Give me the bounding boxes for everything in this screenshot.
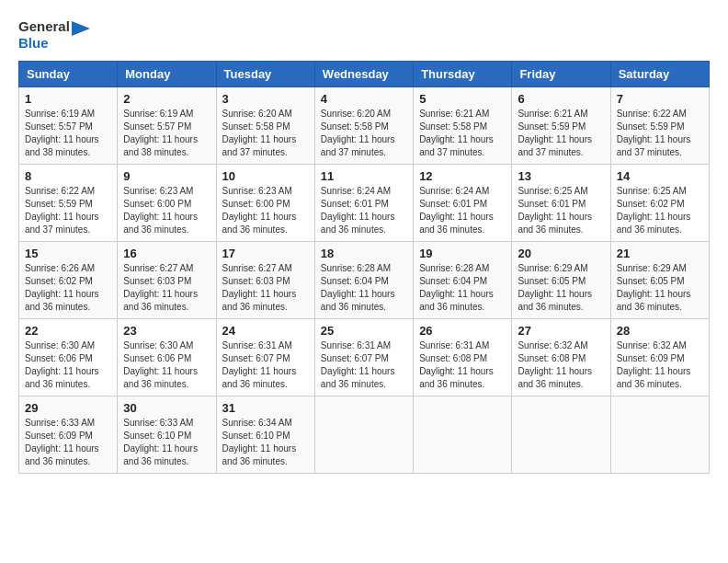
day-detail: Sunrise: 6:20 AMSunset: 5:58 PMDaylight:… [222, 108, 309, 159]
calendar-cell: 9 Sunrise: 6:23 AMSunset: 6:00 PMDayligh… [118, 165, 216, 242]
day-number: 13 [518, 169, 604, 183]
calendar-table: SundayMondayTuesdayWednesdayThursdayFrid… [18, 61, 710, 474]
day-number: 22 [25, 324, 111, 338]
calendar-cell: 25 Sunrise: 6:31 AMSunset: 6:07 PMDaylig… [314, 319, 413, 396]
day-number: 31 [222, 401, 309, 415]
calendar-cell: 24 Sunrise: 6:31 AMSunset: 6:07 PMDaylig… [216, 319, 314, 396]
day-number: 6 [518, 92, 604, 106]
day-number: 3 [222, 92, 309, 106]
day-detail: Sunrise: 6:27 AMSunset: 6:03 PMDaylight:… [222, 262, 309, 314]
day-detail: Sunrise: 6:20 AMSunset: 5:58 PMDaylight:… [321, 108, 407, 159]
calendar-cell: 6 Sunrise: 6:21 AMSunset: 5:59 PMDayligh… [512, 87, 610, 165]
day-number: 16 [123, 247, 210, 260]
page-header: GeneralBlue [18, 18, 710, 52]
day-number: 27 [518, 324, 604, 338]
calendar-cell: 26 Sunrise: 6:31 AMSunset: 6:08 PMDaylig… [414, 319, 512, 396]
calendar-cell: 27 Sunrise: 6:32 AMSunset: 6:08 PMDaylig… [512, 319, 610, 396]
day-detail: Sunrise: 6:23 AMSunset: 6:00 PMDaylight:… [222, 185, 309, 236]
day-detail: Sunrise: 6:29 AMSunset: 6:05 PMDaylight:… [518, 262, 604, 314]
svg-marker-0 [72, 21, 90, 36]
day-detail: Sunrise: 6:24 AMSunset: 6:01 PMDaylight:… [419, 185, 506, 236]
calendar-week-4: 22 Sunrise: 6:30 AMSunset: 6:06 PMDaylig… [19, 319, 710, 396]
calendar-cell: 31 Sunrise: 6:34 AMSunset: 6:10 PMDaylig… [216, 396, 314, 474]
calendar-cell: 12 Sunrise: 6:24 AMSunset: 6:01 PMDaylig… [414, 165, 512, 242]
day-number: 7 [617, 92, 703, 106]
day-detail: Sunrise: 6:29 AMSunset: 6:05 PMDaylight:… [617, 262, 703, 314]
day-number: 14 [617, 169, 703, 183]
day-number: 26 [419, 324, 506, 338]
calendar-cell: 28 Sunrise: 6:32 AMSunset: 6:09 PMDaylig… [610, 319, 709, 396]
header-day-monday: Monday [118, 62, 216, 87]
calendar-cell: 18 Sunrise: 6:28 AMSunset: 6:04 PMDaylig… [314, 242, 413, 319]
day-number: 19 [419, 247, 506, 260]
calendar-header-row: SundayMondayTuesdayWednesdayThursdayFrid… [19, 62, 710, 87]
calendar-week-5: 29 Sunrise: 6:33 AMSunset: 6:09 PMDaylig… [19, 396, 710, 474]
calendar-cell: 14 Sunrise: 6:25 AMSunset: 6:02 PMDaylig… [610, 165, 709, 242]
calendar-week-2: 8 Sunrise: 6:22 AMSunset: 5:59 PMDayligh… [19, 165, 710, 242]
day-detail: Sunrise: 6:34 AMSunset: 6:10 PMDaylight:… [222, 417, 309, 468]
day-detail: Sunrise: 6:22 AMSunset: 5:59 PMDaylight:… [25, 185, 111, 236]
header-day-friday: Friday [512, 62, 610, 87]
day-detail: Sunrise: 6:26 AMSunset: 6:02 PMDaylight:… [25, 262, 111, 314]
calendar-cell: 17 Sunrise: 6:27 AMSunset: 6:03 PMDaylig… [216, 242, 314, 319]
day-number: 1 [25, 92, 111, 106]
calendar-week-3: 15 Sunrise: 6:26 AMSunset: 6:02 PMDaylig… [19, 242, 710, 319]
calendar-cell: 20 Sunrise: 6:29 AMSunset: 6:05 PMDaylig… [512, 242, 610, 319]
logo-flag-icon [72, 21, 90, 49]
day-number: 5 [419, 92, 506, 106]
day-detail: Sunrise: 6:24 AMSunset: 6:01 PMDaylight:… [321, 185, 407, 236]
calendar-cell: 2 Sunrise: 6:19 AMSunset: 5:57 PMDayligh… [118, 87, 216, 165]
calendar-cell [414, 396, 512, 474]
day-number: 10 [222, 169, 309, 183]
calendar-cell: 30 Sunrise: 6:33 AMSunset: 6:10 PMDaylig… [118, 396, 216, 474]
logo-text: GeneralBlue [18, 18, 70, 52]
day-number: 29 [25, 401, 111, 415]
header-day-thursday: Thursday [414, 62, 512, 87]
day-number: 4 [321, 92, 407, 106]
day-detail: Sunrise: 6:31 AMSunset: 6:07 PMDaylight:… [321, 339, 407, 391]
day-detail: Sunrise: 6:32 AMSunset: 6:08 PMDaylight:… [518, 339, 604, 391]
day-number: 15 [25, 247, 111, 260]
calendar-week-1: 1 Sunrise: 6:19 AMSunset: 5:57 PMDayligh… [19, 87, 710, 165]
header-day-wednesday: Wednesday [314, 62, 413, 87]
day-number: 8 [25, 169, 111, 183]
day-detail: Sunrise: 6:28 AMSunset: 6:04 PMDaylight:… [321, 262, 407, 314]
day-detail: Sunrise: 6:25 AMSunset: 6:01 PMDaylight:… [518, 185, 604, 236]
logo: GeneralBlue [18, 18, 90, 52]
day-number: 23 [123, 324, 210, 338]
header-day-sunday: Sunday [19, 62, 118, 87]
calendar-cell: 5 Sunrise: 6:21 AMSunset: 5:58 PMDayligh… [414, 87, 512, 165]
day-detail: Sunrise: 6:32 AMSunset: 6:09 PMDaylight:… [617, 339, 703, 391]
header-day-saturday: Saturday [610, 62, 709, 87]
day-number: 28 [617, 324, 703, 338]
day-detail: Sunrise: 6:21 AMSunset: 5:59 PMDaylight:… [518, 108, 604, 159]
day-detail: Sunrise: 6:30 AMSunset: 6:06 PMDaylight:… [25, 339, 111, 391]
day-detail: Sunrise: 6:33 AMSunset: 6:09 PMDaylight:… [25, 417, 111, 468]
calendar-cell: 8 Sunrise: 6:22 AMSunset: 5:59 PMDayligh… [19, 165, 118, 242]
calendar-cell: 16 Sunrise: 6:27 AMSunset: 6:03 PMDaylig… [118, 242, 216, 319]
day-number: 11 [321, 169, 407, 183]
day-number: 12 [419, 169, 506, 183]
calendar-cell: 15 Sunrise: 6:26 AMSunset: 6:02 PMDaylig… [19, 242, 118, 319]
day-detail: Sunrise: 6:25 AMSunset: 6:02 PMDaylight:… [617, 185, 703, 236]
calendar-cell: 10 Sunrise: 6:23 AMSunset: 6:00 PMDaylig… [216, 165, 314, 242]
day-detail: Sunrise: 6:28 AMSunset: 6:04 PMDaylight:… [419, 262, 506, 314]
calendar-cell: 29 Sunrise: 6:33 AMSunset: 6:09 PMDaylig… [19, 396, 118, 474]
day-number: 20 [518, 247, 604, 260]
calendar-cell [610, 396, 709, 474]
calendar-cell: 19 Sunrise: 6:28 AMSunset: 6:04 PMDaylig… [414, 242, 512, 319]
day-number: 18 [321, 247, 407, 260]
calendar-cell: 23 Sunrise: 6:30 AMSunset: 6:06 PMDaylig… [118, 319, 216, 396]
day-number: 25 [321, 324, 407, 338]
day-detail: Sunrise: 6:22 AMSunset: 5:59 PMDaylight:… [617, 108, 703, 159]
day-detail: Sunrise: 6:33 AMSunset: 6:10 PMDaylight:… [123, 417, 210, 468]
day-number: 24 [222, 324, 309, 338]
day-number: 2 [123, 92, 210, 106]
day-detail: Sunrise: 6:31 AMSunset: 6:08 PMDaylight:… [419, 339, 506, 391]
calendar-cell: 1 Sunrise: 6:19 AMSunset: 5:57 PMDayligh… [19, 87, 118, 165]
day-detail: Sunrise: 6:31 AMSunset: 6:07 PMDaylight:… [222, 339, 309, 391]
day-detail: Sunrise: 6:19 AMSunset: 5:57 PMDaylight:… [25, 108, 111, 159]
calendar-cell: 3 Sunrise: 6:20 AMSunset: 5:58 PMDayligh… [216, 87, 314, 165]
calendar-cell: 4 Sunrise: 6:20 AMSunset: 5:58 PMDayligh… [314, 87, 413, 165]
calendar-cell: 13 Sunrise: 6:25 AMSunset: 6:01 PMDaylig… [512, 165, 610, 242]
